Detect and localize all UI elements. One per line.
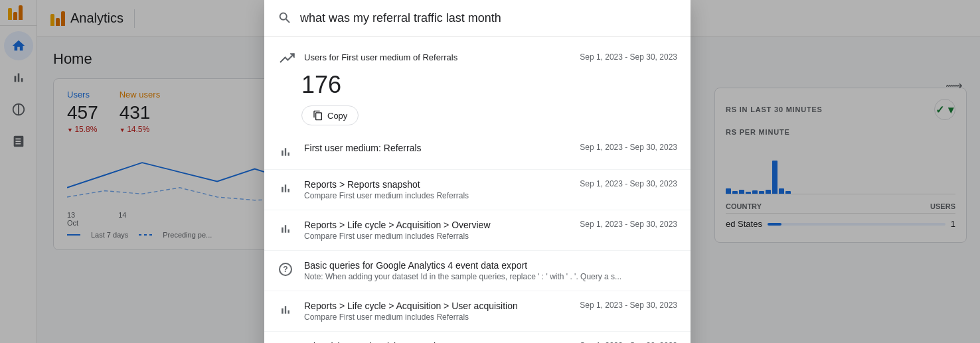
copy-icon xyxy=(313,110,323,121)
result-item-2[interactable]: Reports > Life cycle > Acquisition > Ove… xyxy=(264,210,691,251)
result-content-4: Reports > Life cycle > Acquisition > Use… xyxy=(304,301,569,322)
trend-chart-icon xyxy=(278,48,296,67)
search-input[interactable] xyxy=(300,11,677,25)
top-result-label: Users for First user medium of Referrals xyxy=(304,52,572,62)
question-mark-icon: ? xyxy=(279,263,292,276)
top-result: Users for First user medium of Referrals… xyxy=(264,36,691,133)
result-item-0[interactable]: First user medium: Referrals Sep 1, 2023… xyxy=(264,133,691,170)
result-content-3: Basic queries for Google Analytics 4 eve… xyxy=(304,260,667,281)
top-result-meta: Users for First user medium of Referrals… xyxy=(278,47,677,67)
result-bar-icon-0 xyxy=(278,144,293,160)
result-bar-icon-2 xyxy=(278,221,293,237)
result-content-0: First user medium: Referrals xyxy=(304,143,569,153)
result-item-4[interactable]: Reports > Life cycle > Acquisition > Use… xyxy=(264,291,691,332)
result-bar-icon-4 xyxy=(278,302,293,318)
result-content-2: Reports > Life cycle > Acquisition > Ove… xyxy=(304,220,569,241)
result-date-4: Sep 1, 2023 - Sep 30, 2023 xyxy=(580,301,677,310)
copy-button[interactable]: Copy xyxy=(301,105,359,125)
result-title-1: Reports > Reports snapshot xyxy=(304,179,569,190)
result-item-3[interactable]: ? Basic queries for Google Analytics 4 e… xyxy=(264,251,691,291)
result-item-1[interactable]: Reports > Reports snapshot Compare First… xyxy=(264,170,691,210)
search-icon xyxy=(278,11,292,25)
result-title-2: Reports > Life cycle > Acquisition > Ove… xyxy=(304,220,569,230)
result-subtitle-1: Compare First user medium includes Refer… xyxy=(304,191,569,200)
result-date-1: Sep 1, 2023 - Sep 30, 2023 xyxy=(580,179,677,188)
top-result-value: 176 xyxy=(278,71,677,99)
result-title-3: Basic queries for Google Analytics 4 eve… xyxy=(304,260,667,271)
result-subtitle-4: Compare First user medium includes Refer… xyxy=(304,312,569,322)
result-bar-icon-1 xyxy=(278,180,293,196)
result-item-5[interactable]: Advertising > Advertising snapshot Compa… xyxy=(264,332,691,343)
result-title-0: First user medium: Referrals xyxy=(304,143,569,153)
result-title-4: Reports > Life cycle > Acquisition > Use… xyxy=(304,301,569,311)
search-bar xyxy=(264,0,691,36)
result-date-0: Sep 1, 2023 - Sep 30, 2023 xyxy=(580,143,677,152)
copy-label: Copy xyxy=(327,111,347,121)
result-content-1: Reports > Reports snapshot Compare First… xyxy=(304,179,569,200)
top-result-date: Sep 1, 2023 - Sep 30, 2023 xyxy=(580,52,677,62)
result-date-2: Sep 1, 2023 - Sep 30, 2023 xyxy=(580,220,677,229)
search-modal: Users for First user medium of Referrals… xyxy=(264,0,691,343)
result-subtitle-3: Note: When adding your dataset Id in the… xyxy=(304,272,667,281)
result-subtitle-2: Compare First user medium includes Refer… xyxy=(304,232,569,241)
result-question-icon-3: ? xyxy=(278,261,293,277)
